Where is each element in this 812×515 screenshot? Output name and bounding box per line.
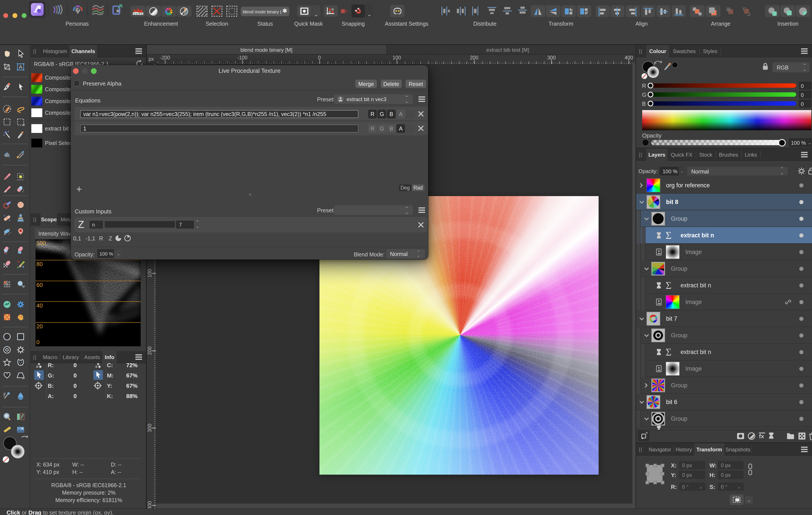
svg-text:0: 0 bbox=[36, 339, 39, 346]
svg-text:fx: fx bbox=[759, 433, 764, 439]
svg-text:80: 80 bbox=[36, 261, 43, 267]
svg-text:60: 60 bbox=[36, 281, 43, 288]
svg-text:100: 100 bbox=[36, 240, 46, 246]
svg-text:40: 40 bbox=[36, 302, 43, 309]
svg-text:20: 20 bbox=[36, 323, 43, 330]
svg-text:A: A bbox=[19, 64, 22, 70]
